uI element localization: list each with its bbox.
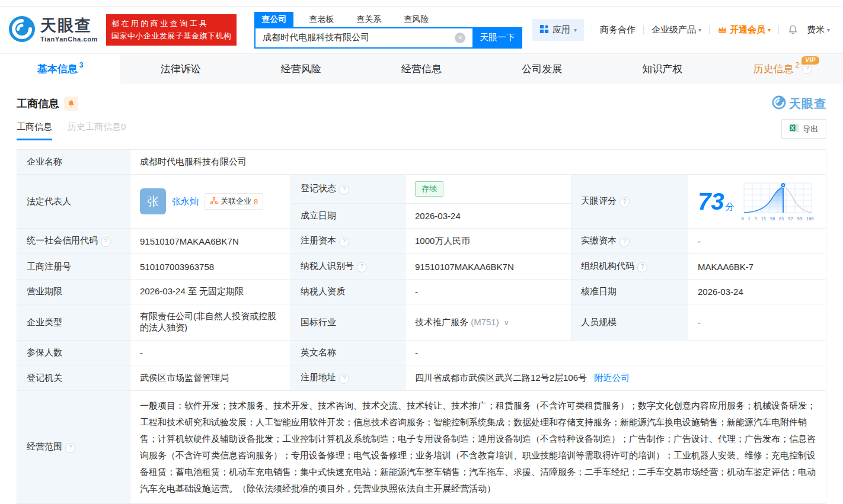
field-label: 纳税人资质	[291, 280, 405, 304]
promo-line-2: 国家中小企业发展子基金旗下机构	[111, 30, 232, 42]
help-icon[interactable]: ?	[620, 237, 630, 247]
reg-address-value: 四川省成都市武侯区武兴二路12号2层106号	[415, 373, 587, 383]
business-cooperation-link[interactable]: 商务合作	[600, 24, 636, 36]
field-label: 注册资本?	[291, 229, 405, 254]
tianyancha-logo[interactable]: 天眼查 TianYanCha.com	[8, 15, 98, 45]
field-label: 注册地址?	[291, 365, 405, 391]
header-menu: 应用 ▾ 商务合作 企业级产品 ▾ 开通会员 ▾	[532, 19, 830, 41]
related-companies-badge[interactable]: 关联企业 8	[205, 193, 263, 210]
tab-operation-info[interactable]: 经营信息	[361, 54, 481, 84]
field-label: 法定代表人	[17, 175, 130, 229]
divider	[709, 25, 710, 34]
chevron-down-icon: ∨	[504, 319, 509, 327]
field-label-text: 经营范围	[27, 441, 62, 451]
export-label: 导出	[803, 124, 818, 134]
help-icon[interactable]: ?	[637, 262, 647, 272]
help-icon[interactable]: ?	[65, 443, 75, 453]
help-icon[interactable]: ?	[339, 185, 349, 195]
help-icon[interactable]: ?	[620, 197, 630, 207]
search-tab-risk[interactable]: 查风险	[397, 12, 436, 27]
field-label: 工商注册号	[17, 254, 130, 280]
field-label: 人员规模	[571, 304, 688, 341]
logo-title: 天眼查	[40, 18, 98, 34]
subtab-business-info[interactable]: 工商信息	[17, 121, 52, 140]
search-input[interactable]	[254, 27, 472, 49]
help-icon[interactable]: ?	[101, 237, 111, 247]
score-axis: 0 1 3 15 50 85 97 99 100	[742, 217, 814, 221]
axis-tick: 50	[770, 217, 775, 221]
field-label: 天眼评分?	[571, 175, 688, 229]
notification-bell-icon[interactable]	[787, 24, 799, 36]
search-button[interactable]: 天眼一下	[472, 27, 522, 49]
field-label-text: 纳税人识别号	[301, 261, 354, 271]
apps-button[interactable]: 应用 ▾	[532, 19, 584, 41]
score-number: 73	[698, 188, 724, 214]
enterprise-products-link[interactable]: 企业级产品 ▾	[652, 24, 701, 36]
tab-operation-risk[interactable]: 经营风险	[241, 54, 361, 84]
company-type-value: 有限责任公司(非自然人投资或控股的法人独资)	[130, 304, 291, 341]
insured-count-value: -	[130, 341, 291, 365]
axis-tick: 3	[755, 217, 757, 221]
field-label: 登记机关	[17, 365, 130, 391]
monitor-bell-icon[interactable]	[64, 97, 78, 111]
company-nav-tabs: 基本信息 3 法律诉讼 经营风险 经营信息 公司发展 知识产权 VIP 历史信息…	[0, 53, 843, 84]
org-code-value: MAKAA6BK-7	[688, 254, 826, 280]
tab-company-development[interactable]: 公司发展	[482, 54, 602, 84]
help-icon[interactable]: ?	[357, 262, 367, 272]
table-row: 企业类型 有限责任公司(非自然人投资或控股的法人独资) 国标行业 技术推广服务 …	[17, 304, 826, 341]
field-label: 纳税人识别号?	[291, 254, 405, 280]
axis-tick: 97	[788, 217, 793, 221]
industry-cell[interactable]: 技术推广服务 (M751) ∨	[405, 304, 571, 341]
search-tabs: 查公司 查老板 查关系 查风险	[254, 12, 522, 27]
paid-capital-value: -	[688, 229, 826, 254]
tab-basic-info[interactable]: 基本信息 3	[0, 54, 120, 84]
field-label: 实缴资本?	[571, 229, 688, 254]
tab-legal-proceedings[interactable]: 法律诉讼	[120, 54, 241, 84]
english-name-value: -	[405, 341, 826, 365]
avatar[interactable]: 张	[140, 188, 166, 214]
field-label-text: 登记状态	[301, 183, 336, 193]
establish-date-value: 2026-03-24	[405, 204, 571, 229]
export-button[interactable]: 导出	[781, 119, 826, 139]
table-row: 企业名称 成都时代电服科技有限公司	[17, 150, 826, 175]
header: 天眼查 TianYanCha.com 都在用的商业查询工具 国家中小企业发展子基…	[0, 7, 843, 53]
section-header: 工商信息 天眼查	[0, 84, 843, 119]
promo-line-1: 都在用的商业查询工具	[111, 18, 232, 30]
legal-rep-link[interactable]: 张永灿	[172, 196, 199, 207]
tab-label: 知识产权	[642, 62, 682, 76]
table-row: 法定代表人 张 张永灿 关联企业	[17, 175, 826, 204]
staff-size-value: -	[688, 304, 826, 341]
tab-intellectual-property[interactable]: 知识产权	[602, 54, 723, 84]
tab-history-info[interactable]: VIP 历史信息 2 ?	[723, 54, 843, 84]
search-tab-relation[interactable]: 查关系	[349, 12, 388, 27]
clear-search-icon[interactable]: ×	[455, 33, 465, 43]
user-name: 费米	[807, 24, 825, 36]
approval-date-value: 2026-03-24	[688, 280, 826, 304]
open-vip-label: 开通会员	[730, 24, 765, 36]
help-icon[interactable]: ?	[339, 237, 349, 247]
status-badge: 存续	[415, 181, 443, 197]
subtab-history-business-info[interactable]: 历史工商信息0	[68, 121, 126, 140]
field-label-text: 实缴资本	[581, 235, 617, 245]
help-icon[interactable]: ?	[802, 64, 812, 74]
help-icon[interactable]: ?	[339, 374, 349, 384]
company-name-value: 成都时代电服科技有限公司	[130, 150, 826, 175]
industry-code: (M751)	[471, 317, 499, 327]
chevron-down-icon: ▾	[574, 27, 577, 33]
tab-label: 经营风险	[281, 62, 321, 76]
reg-capital-value: 1000万人民币	[405, 229, 571, 254]
vip-badge: VIP	[802, 56, 819, 65]
divider	[592, 25, 592, 34]
open-vip-button[interactable]: 开通会员 ▾	[717, 24, 771, 36]
watermark-logo: 天眼查	[772, 95, 826, 112]
field-label-text: 组织机构代码	[581, 261, 634, 271]
search-tab-company[interactable]: 查公司	[254, 12, 293, 27]
tianyancha-logo-icon	[8, 15, 36, 45]
user-menu[interactable]: 费米 ▾	[807, 24, 830, 36]
reg-address-cell: 四川省成都市武侯区武兴二路12号2层106号 附近公司	[405, 365, 826, 391]
reg-number-value: 510107003963758	[130, 254, 291, 280]
taxpayer-qual-value: -	[405, 280, 571, 304]
legal-rep-cell: 张 张永灿 关联企业 8	[130, 175, 291, 229]
search-tab-boss[interactable]: 查老板	[302, 12, 341, 27]
nearby-companies-link[interactable]: 附近公司	[594, 373, 630, 383]
